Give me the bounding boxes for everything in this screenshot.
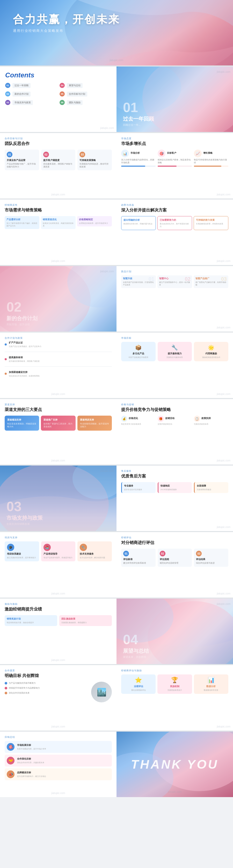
cp-dot-2 bbox=[5, 373, 7, 375]
da-item-title-1: 已知需要努力的 bbox=[160, 218, 190, 222]
de-text-0: 建立科学的评估体系标准 bbox=[123, 562, 153, 565]
tr-title-1: 产品培训指导 bbox=[43, 552, 73, 556]
teamwork-card-title-0: 开展业务产品运营 bbox=[7, 159, 37, 162]
contents-item-01: 01 过去一年回顾 bbox=[5, 83, 57, 88]
cs-card-text-1: 提供推广资源与工具支持，助力渠道成长 bbox=[43, 423, 73, 428]
mt-text-1: 完善售后与服务体系 bbox=[160, 356, 190, 359]
contents-dot-03: 03 bbox=[5, 100, 10, 105]
cv-item-1: 持续提升市场竞争力与品牌影响力 bbox=[5, 687, 89, 689]
market-growth-title: 市场多增长点 bbox=[121, 141, 228, 147]
de-card-2: 03 评估结果 综合评估反馈与改进 bbox=[194, 549, 228, 567]
sum-item-0: 🎯 市场拓展目标 拓展市场覆盖范围，提升市场占有率 bbox=[5, 741, 112, 753]
watermark-np: jiatupic.com bbox=[217, 326, 230, 329]
after-sales-title: 优质售后方案 bbox=[121, 474, 228, 479]
cs-card-title-1: 渠道推广支持 bbox=[43, 418, 73, 422]
mt-title-1: 提升服务能力 bbox=[160, 352, 190, 355]
de2-item-0: ⭐ 业绩评估 量化业绩指标评估 bbox=[121, 675, 155, 694]
contents-text-01: 过去一年回顾 bbox=[12, 83, 31, 88]
de2-text-1: 完善奖励体系设计 bbox=[160, 689, 190, 691]
watermark-contents: jiatupic.com bbox=[100, 127, 114, 129]
section02-slide: 02 新的合作计划 开拓市场，提升业绩 jiatupic.com bbox=[0, 266, 117, 332]
cp-title-1: 提高服务标准 bbox=[9, 356, 39, 359]
watermark-cv: jiatupic.com bbox=[52, 725, 65, 728]
contents-title: Contents bbox=[5, 71, 111, 79]
sum-icon-1: 🤝 bbox=[7, 757, 14, 765]
tr-item-1: 📚 产品培训指导 专业产品培训与指导，快速提升能力 bbox=[41, 541, 76, 561]
pp-icon-1: 🎁 bbox=[158, 415, 164, 422]
as-item-0: 专业服务 提供专业技术支持服务 bbox=[121, 482, 155, 493]
channel-support-cards: 渠道规划支持 制定渠道发展规划，明确渠道策略方向 渠道推广支持 提供推广资源与工… bbox=[5, 415, 112, 431]
contents-slide: Contents 01 过去一年回顾 04 展望与总结 02 新的合作计划 05… bbox=[0, 66, 117, 132]
pp-item-1: 🎁 促销活动 定期开展促销活动 bbox=[158, 415, 192, 426]
market-growth-label: 市场态度 bbox=[121, 137, 228, 140]
market-bar-2 bbox=[194, 166, 228, 167]
mt-icon-2: 🌟 bbox=[197, 344, 226, 351]
tr-text-1: 专业产品培训与指导，快速提升能力 bbox=[43, 556, 73, 559]
watermark-cs: jiatupic.com bbox=[52, 459, 65, 462]
sum-text-2: 提升品牌市场影响力，建立行业地位 bbox=[17, 775, 46, 778]
teamwork-card-2: 03 可持续发展策略 长期规划与持续改进，推动可持续发展 bbox=[78, 150, 112, 170]
contents-dot-01: 01 bbox=[5, 83, 10, 88]
price-policy-label: 价格与促销 bbox=[121, 403, 228, 406]
hero-main-title: 合力共赢，开创未来 bbox=[13, 13, 120, 26]
de-num-1: 02 bbox=[160, 551, 166, 556]
market-sales-label: 经销商反性 bbox=[5, 204, 112, 207]
after-sales-items: 专业服务 提供专业技术支持服务 快速响应 24小时快速响应服务 全面保障 完善保… bbox=[121, 482, 228, 493]
de-text-1: 规范化评估流程管理 bbox=[160, 562, 190, 565]
cv-text-1: 持续提升市场竞争力与品牌影响力 bbox=[9, 687, 40, 689]
pp-title-0: 价格优化 bbox=[129, 417, 138, 420]
tr-item-0: 🎓 培训体系建设 建立完善的培训体系，提升整体能力 bbox=[5, 541, 39, 561]
market-item-text-1: 精准定位目标客户群体，制定差异化策略 bbox=[158, 159, 192, 164]
da-item-title-0: 提出明确的分析 bbox=[123, 218, 153, 222]
cp-item-2: 加强渠道建设支持 强化渠道合作支持政策，拓展销售网络 bbox=[5, 371, 112, 377]
sales-item-text-2: 合理制定价格体系，提升市场竞争力 bbox=[79, 222, 110, 225]
as-item-1: 快速响应 24小时快速响应服务 bbox=[158, 482, 192, 493]
coop-vision-content: 为产品与服务的升级不断努力 持续提升市场竞争力与品牌影响力 深化合作共创美好未来… bbox=[5, 682, 112, 702]
teamwork-card-title-1: 提升客户满意度 bbox=[43, 159, 74, 162]
cp-dot-1 bbox=[5, 358, 7, 360]
cp-content-2: 加强渠道建设支持 强化渠道合作支持政策，拓展销售网络 bbox=[9, 371, 39, 377]
sum-item-2: 📣 品牌建设目标 提升品牌市场影响力，建立行业地位 bbox=[5, 768, 112, 780]
np-item-1: 02 智慧中心 建立产品智慧服务中心，提供一站式服务 bbox=[157, 275, 192, 288]
de-num-2: 03 bbox=[196, 551, 202, 556]
teamwork-title: 团队反思合作 bbox=[5, 141, 112, 147]
dealer-eval-title: 对分销商进行评估 bbox=[121, 540, 228, 546]
inc-text-0: 制定销售奖励方案，激励业绩提升 bbox=[7, 621, 55, 624]
inc-title-1: 团队激励政策 bbox=[61, 617, 110, 621]
coop-policy-items: 扩产产品认证 完善产品认证体系建设，提升产品竞争力 提高服务标准 提升服务质量和… bbox=[5, 341, 112, 377]
watermark-team: jiatupic.com bbox=[52, 193, 65, 196]
sum-title-1: 合作深化目标 bbox=[17, 757, 44, 761]
cv-item-0: 为产品与服务的升级不断努力 bbox=[5, 682, 89, 684]
hero-sub-title: 通用行业经销商大会策略发布 bbox=[13, 28, 120, 33]
training-label: 培训与支持 bbox=[5, 536, 112, 539]
deep-analysis-label: 趋势与优选 bbox=[121, 204, 228, 207]
watermark-inc: jiatupic.com bbox=[52, 659, 65, 661]
sum-text-1: 深化合作伙伴关系，共赢发展未来 bbox=[17, 762, 44, 764]
sum-content-2: 品牌建设目标 提升品牌市场影响力，建立行业地位 bbox=[17, 771, 46, 778]
dealer-eval-cards: 01 评估标准 建立科学的评估体系标准 02 评估流程 规范化评估流程管理 03… bbox=[121, 549, 228, 567]
watermark-pp: jiatupic.com bbox=[217, 459, 230, 462]
incentive-slide: 激励与激励 激励经销商提升业绩 销售奖励计划 制定销售奖励方案，激励业绩提升 团… bbox=[0, 598, 117, 664]
tr-item-2: 🔧 技术支持服务 全方位技术支持，解决实际问题 bbox=[78, 541, 112, 561]
inc-item-1: 团队激励政策 完善团队激励政策，增强凝聚力 bbox=[59, 615, 112, 626]
cp-title-2: 加强渠道建设支持 bbox=[9, 371, 39, 374]
cs-card-text-2: 专业技能培训赋能，提升渠道专业能力 bbox=[80, 423, 109, 428]
sum-title-0: 市场拓展目标 bbox=[17, 744, 46, 747]
de2-icon-0: ⭐ bbox=[123, 677, 153, 683]
watermark-cp: jiatupic.com bbox=[52, 393, 65, 396]
coop-policy-label: 合作计划与政策 bbox=[5, 336, 112, 340]
coop-vision-slide: 合作愿景 明确目标 共创辉煌 为产品与服务的升级不断努力 持续提升市场竞争力与品… bbox=[0, 665, 117, 731]
np-item-2: 03 智慧产品推广 推广智慧化产品解决方案，拓展市场份额 bbox=[194, 275, 228, 288]
watermark-mt: jiatupic.com bbox=[217, 393, 230, 396]
watermark-tr: jiatupic.com bbox=[52, 592, 65, 595]
tr-icon-0: 🎓 bbox=[7, 544, 14, 551]
market-item-text-2: 制定可持续增长的发展策略与执行路径 bbox=[194, 159, 228, 164]
inc-title-0: 销售奖励计划 bbox=[7, 617, 55, 621]
sum-icon-2: 📣 bbox=[7, 770, 14, 778]
training-slide: 培训与支持 🎓 培训体系建设 建立完善的培训体系，提升整体能力 📚 产品培训指导… bbox=[0, 532, 117, 597]
contents-dot-06: 06 bbox=[60, 100, 65, 105]
market-sales-slide: 经销商反性 市场需求与销售策略 产品需求分析 深入了解市场需求与客户偏好，精准把… bbox=[0, 199, 117, 265]
de2-title-2: 数据分析 bbox=[196, 685, 226, 688]
sum-icon-0: 🎯 bbox=[7, 743, 14, 751]
sum-item-1: 🤝 合作深化目标 深化合作伙伴关系，共赢发展未来 bbox=[5, 755, 112, 767]
